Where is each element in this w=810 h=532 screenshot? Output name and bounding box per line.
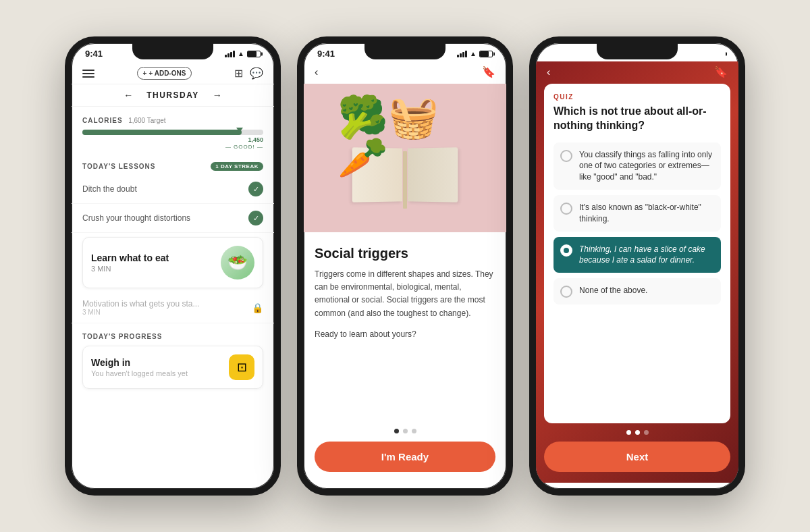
prev-day-button[interactable]: ← bbox=[124, 90, 133, 101]
phone2-content: ‹ 🔖 🥦🧺🥕 Social triggers bbox=[304, 61, 506, 483]
calorie-value: 1,450 bbox=[248, 136, 263, 143]
calorie-marker bbox=[236, 128, 243, 132]
notch-1 bbox=[132, 43, 213, 59]
phone1-header: ++ ADD-ONS ⊞ 💬 bbox=[72, 61, 274, 84]
phone3-header: ‹ 🔖 bbox=[536, 61, 738, 84]
signal-icon-1 bbox=[225, 51, 235, 57]
radio-circle-3 bbox=[560, 244, 572, 257]
quiz-option-1[interactable]: You classify things as falling into only… bbox=[554, 142, 721, 190]
article-body-2: Ready to learn about yours? bbox=[315, 328, 495, 341]
calorie-good-label: — GOOD! — bbox=[82, 144, 263, 150]
status-time-1: 9:41 bbox=[85, 49, 103, 59]
quiz-option-2[interactable]: It's also known as "black-or-white" thin… bbox=[554, 195, 721, 232]
grid-icon[interactable]: ⊞ bbox=[234, 67, 243, 80]
wifi-icon-2: ▲ bbox=[470, 50, 477, 57]
radio-circle-2 bbox=[560, 203, 572, 215]
lesson-item-text-1: Ditch the doubt bbox=[82, 184, 137, 194]
quiz-label: QUIZ bbox=[554, 93, 721, 101]
article-body-1: Triggers come in different shapes and si… bbox=[315, 268, 495, 320]
radio-dot-3 bbox=[564, 248, 569, 253]
phone3-content: ‹ 🔖 QUIZ Which is not true about all-or-… bbox=[536, 61, 738, 483]
check-icon-2: ✓ bbox=[248, 211, 263, 225]
current-day-label: THURSDAY bbox=[146, 90, 199, 100]
lessons-title: TODAY'S LESSONS bbox=[82, 163, 156, 170]
signal-icon-3 bbox=[689, 51, 699, 57]
active-lesson-title: Learn what to eat bbox=[91, 252, 169, 263]
lesson-item-completed-1[interactable]: Ditch the doubt ✓ bbox=[72, 175, 274, 204]
wifi-icon-3: ▲ bbox=[702, 50, 709, 57]
quiz-option-3[interactable]: Thinking, I can have a slice of cake bec… bbox=[554, 237, 721, 273]
phone1-content: ++ ADD-ONS ⊞ 💬 ← THURSDAY → CALORIES 1,6… bbox=[72, 61, 274, 483]
phone2-header: ‹ 🔖 bbox=[304, 61, 506, 84]
phone2-bookmark-button[interactable]: 🔖 bbox=[482, 65, 495, 78]
dot3-1-active bbox=[626, 430, 631, 435]
phone2-footer: I'm Ready bbox=[304, 422, 506, 483]
dot3-2-active bbox=[635, 430, 640, 435]
weigh-in-subtitle: You haven't logged meals yet bbox=[91, 369, 188, 377]
quiz-option-4[interactable]: None of the above. bbox=[554, 278, 721, 304]
quiz-option-text-4: None of the above. bbox=[579, 285, 647, 296]
active-lesson-image: 🥗 bbox=[221, 246, 254, 280]
quiz-card: QUIZ Which is not true about all-or-noth… bbox=[544, 84, 730, 423]
calorie-bar: 1,450 — GOOD! — bbox=[82, 130, 263, 150]
battery-icon-1 bbox=[247, 51, 261, 57]
check-icon-1: ✓ bbox=[248, 182, 263, 196]
phone-1: 9:41 ▲ ++ AD bbox=[65, 36, 281, 496]
status-icons-1: ▲ bbox=[225, 50, 261, 57]
active-lesson-card[interactable]: Learn what to eat 3 MIN 🥗 bbox=[82, 237, 263, 288]
phone3-bookmark-button[interactable]: 🔖 bbox=[714, 65, 728, 78]
quiz-option-text-1: You classify things as falling into only… bbox=[579, 149, 714, 183]
weigh-in-title: Weigh in bbox=[91, 357, 188, 368]
header-icons: ⊞ 💬 bbox=[234, 67, 263, 80]
calorie-bar-fill bbox=[82, 130, 242, 135]
status-icons-2: ▲ bbox=[457, 50, 493, 57]
status-time-3: 9:41 bbox=[549, 49, 567, 59]
battery-icon-2 bbox=[479, 51, 493, 57]
progress-title: TODAY'S PROGRESS bbox=[82, 333, 162, 340]
phone3-overlay: ‹ 🔖 QUIZ Which is not true about all-or-… bbox=[536, 61, 738, 483]
phone2-back-button[interactable]: ‹ bbox=[315, 66, 318, 78]
notch-3 bbox=[597, 43, 678, 59]
locked-lesson-item: Motivation is what gets you sta... 3 MIN… bbox=[72, 292, 274, 323]
hamburger-icon[interactable] bbox=[82, 70, 94, 78]
dot-1-active bbox=[394, 429, 399, 433]
progress-section: TODAY'S PROGRESS Weigh in You haven't lo… bbox=[72, 323, 274, 393]
radio-circle-4 bbox=[560, 286, 572, 298]
status-icons-3: ▲ bbox=[689, 50, 725, 57]
weigh-in-card[interactable]: Weigh in You haven't logged meals yet ⊡ bbox=[82, 346, 263, 389]
streak-badge: 1 DAY STREAK bbox=[211, 162, 263, 171]
weigh-in-info: Weigh in You haven't logged meals yet bbox=[91, 357, 188, 377]
status-time-2: 9:41 bbox=[317, 49, 335, 59]
chat-icon[interactable]: 💬 bbox=[250, 67, 263, 80]
im-ready-button[interactable]: I'm Ready bbox=[315, 442, 495, 472]
notch-2 bbox=[364, 43, 446, 59]
phone-3: 9:41 ▲ ‹ 🔖 bbox=[529, 36, 745, 496]
locked-lesson-text: Motivation is what gets you sta... bbox=[82, 299, 199, 309]
article-body: Triggers come in different shapes and si… bbox=[315, 268, 495, 341]
locked-lesson-mins: 3 MIN bbox=[82, 309, 199, 316]
next-day-button[interactable]: → bbox=[213, 90, 222, 101]
article-title: Social triggers bbox=[315, 246, 495, 261]
progress-section-header: TODAY'S PROGRESS bbox=[82, 330, 263, 346]
phone3-back-button[interactable]: ‹ bbox=[547, 66, 550, 78]
quiz-option-text-2: It's also known as "black-or-white" thin… bbox=[579, 202, 714, 225]
add-ons-button[interactable]: ++ ADD-ONS bbox=[137, 67, 192, 80]
lesson-item-completed-2[interactable]: Crush your thought distortions ✓ bbox=[72, 204, 274, 233]
quiz-option-text-3: Thinking, I can have a slice of cake bec… bbox=[579, 244, 714, 267]
phone2-hero-image: 🥦🧺🥕 bbox=[304, 84, 506, 232]
active-lesson-info: Learn what to eat 3 MIN bbox=[91, 252, 169, 273]
lessons-section-header: TODAY'S LESSONS 1 DAY STREAK bbox=[72, 155, 274, 175]
signal-icon-2 bbox=[457, 51, 467, 57]
calories-target: 1,600 Target bbox=[128, 117, 165, 124]
battery-icon-3 bbox=[711, 51, 725, 57]
pagination-dots-3 bbox=[626, 430, 649, 435]
pagination-dots-2 bbox=[394, 429, 416, 433]
phones-container: 9:41 ▲ ++ AD bbox=[65, 36, 745, 496]
calories-label: CALORIES bbox=[82, 117, 123, 124]
dot3-3 bbox=[644, 430, 649, 435]
dot-3 bbox=[412, 429, 416, 433]
next-button[interactable]: Next bbox=[544, 442, 730, 472]
calories-section: CALORIES 1,600 Target 1,450 — GOOD! — bbox=[72, 107, 274, 155]
quiz-question: Which is not true about all-or-nothing t… bbox=[554, 105, 721, 133]
weigh-in-icon: ⊡ bbox=[229, 354, 254, 380]
